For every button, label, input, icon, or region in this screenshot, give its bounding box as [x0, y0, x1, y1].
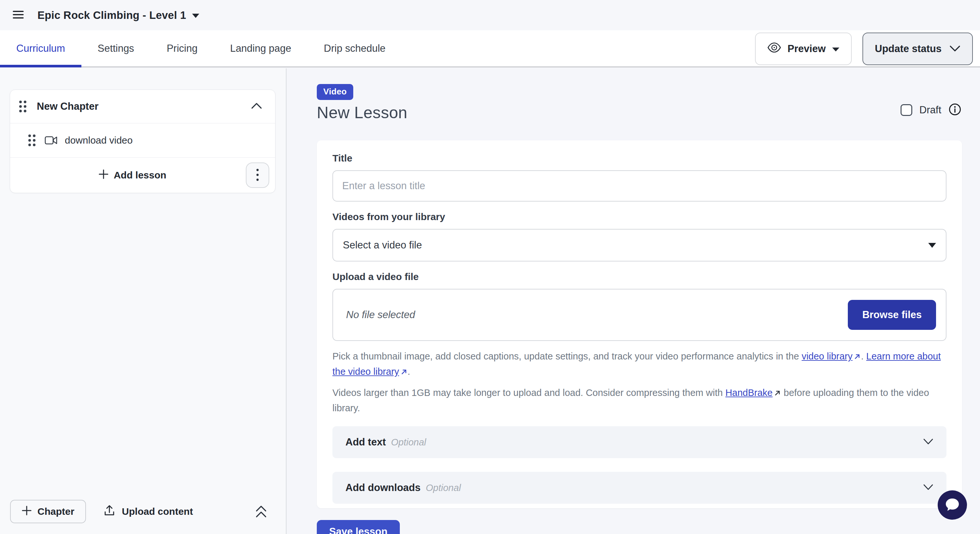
add-lesson-label: Add lesson [114, 170, 166, 181]
add-lesson-button[interactable]: Add lesson [19, 157, 246, 193]
course-editor-page: Epic Rock Climbing - Level 1 Curriculum … [0, 0, 980, 534]
plus-icon [22, 506, 32, 518]
lesson-page-title: New Lesson [317, 103, 962, 122]
lesson-editor: Video New Lesson Draft Title [287, 68, 980, 534]
video-camera-icon [45, 136, 57, 145]
lesson-row[interactable]: download video [10, 123, 275, 157]
tab-curriculum[interactable]: Curriculum [0, 30, 81, 67]
collapse-all-button[interactable] [255, 504, 267, 519]
add-chapter-label: Chapter [37, 506, 74, 517]
course-switcher[interactable]: Epic Rock Climbing - Level 1 [37, 9, 199, 22]
chapter-card-footer: Add lesson [10, 157, 275, 193]
chevron-down-icon [950, 43, 961, 55]
curriculum-sidebar: New Chapter download video [0, 68, 286, 534]
file-upload-dropzone[interactable]: No file selected Browse files [332, 289, 947, 341]
tab-drip-schedule[interactable]: Drip schedule [308, 30, 402, 67]
save-lesson-label: Save lesson [329, 526, 387, 534]
chevron-down-icon [923, 484, 934, 492]
preview-button[interactable]: Preview [755, 33, 852, 65]
caret-down-icon [192, 14, 199, 18]
browse-files-label: Browse files [862, 309, 922, 320]
draft-label: Draft [920, 104, 941, 116]
hamburger-icon [13, 10, 24, 20]
plus-icon [99, 169, 108, 181]
external-link-icon [774, 386, 781, 401]
video-file-select[interactable]: Select a video file [332, 229, 947, 261]
file-status-text: No file selected [346, 309, 848, 321]
hamburger-menu-button[interactable] [11, 8, 26, 22]
handbrake-link[interactable]: HandBrake [725, 388, 781, 398]
caret-down-icon [928, 243, 936, 248]
tabbar: Curriculum Settings Pricing Landing page… [0, 30, 980, 67]
double-chevron-up-icon [255, 504, 267, 519]
tab-landing-page[interactable]: Landing page [214, 30, 308, 67]
title-label: Title [332, 153, 947, 164]
lesson-title: download video [65, 135, 133, 146]
external-link-icon [401, 365, 407, 380]
tab-pricing[interactable]: Pricing [150, 30, 214, 67]
chevron-down-icon [923, 438, 934, 446]
caret-down-icon [832, 48, 839, 51]
upload-content-label: Upload content [122, 506, 193, 517]
drag-handle-icon[interactable] [19, 101, 26, 112]
info-icon[interactable] [948, 103, 961, 117]
external-link-icon [854, 350, 861, 364]
upload-video-label: Upload a video file [332, 271, 947, 282]
topbar: Epic Rock Climbing - Level 1 [0, 0, 980, 30]
video-library-link[interactable]: video library [802, 351, 861, 361]
update-status-button[interactable]: Update status [862, 33, 973, 65]
lesson-form-card: Title Videos from your library Select a … [317, 140, 962, 508]
video-library-group: Videos from your library Select a video … [332, 211, 947, 261]
optional-label: Optional [391, 437, 923, 448]
video-library-help-text: Pick a thumbnail image, add closed capti… [332, 349, 947, 380]
tabs: Curriculum Settings Pricing Landing page… [0, 30, 402, 67]
eye-icon [767, 42, 781, 56]
lesson-type-badge: Video [317, 84, 353, 100]
chapter-card: New Chapter download video [10, 89, 275, 193]
add-downloads-accordion[interactable]: Add downloads Optional [332, 472, 947, 504]
course-title: Epic Rock Climbing - Level 1 [37, 9, 186, 22]
add-chapter-button[interactable]: Chapter [10, 500, 86, 523]
draft-checkbox[interactable] [900, 104, 912, 116]
video-file-select-value: Select a video file [343, 239, 928, 251]
lesson-title-input[interactable] [332, 170, 947, 202]
add-downloads-label: Add downloads [345, 482, 421, 494]
compression-help-text: Videos larger than 1GB may take longer t… [332, 386, 947, 415]
chapter-menu-button[interactable] [246, 162, 269, 188]
preview-label: Preview [788, 43, 826, 55]
lesson-header: Video New Lesson Draft [317, 84, 962, 122]
title-field-group: Title [332, 153, 947, 202]
chat-bubble-icon [945, 497, 960, 513]
browse-files-button[interactable]: Browse files [848, 300, 936, 330]
upload-content-button[interactable]: Upload content [104, 505, 193, 519]
upload-video-group: Upload a video file No file selected Bro… [332, 271, 947, 341]
save-lesson-button[interactable]: Save lesson [317, 520, 400, 534]
update-status-label: Update status [875, 43, 942, 55]
drag-handle-icon[interactable] [28, 135, 35, 146]
optional-label: Optional [426, 483, 923, 493]
upload-icon [104, 505, 115, 519]
video-library-label: Videos from your library [332, 211, 947, 222]
tab-settings[interactable]: Settings [81, 30, 150, 67]
chat-widget-button[interactable] [938, 490, 967, 520]
sidebar-footer: Chapter Upload content [10, 500, 267, 523]
add-text-label: Add text [345, 436, 386, 448]
chapter-header[interactable]: New Chapter [10, 90, 275, 123]
chapter-title: New Chapter [37, 101, 251, 112]
tabbar-actions: Preview Update status [755, 33, 973, 65]
kebab-icon [256, 168, 259, 182]
draft-toggle-group: Draft [900, 103, 961, 117]
chevron-up-icon[interactable] [251, 103, 262, 110]
add-text-accordion[interactable]: Add text Optional [332, 426, 947, 458]
